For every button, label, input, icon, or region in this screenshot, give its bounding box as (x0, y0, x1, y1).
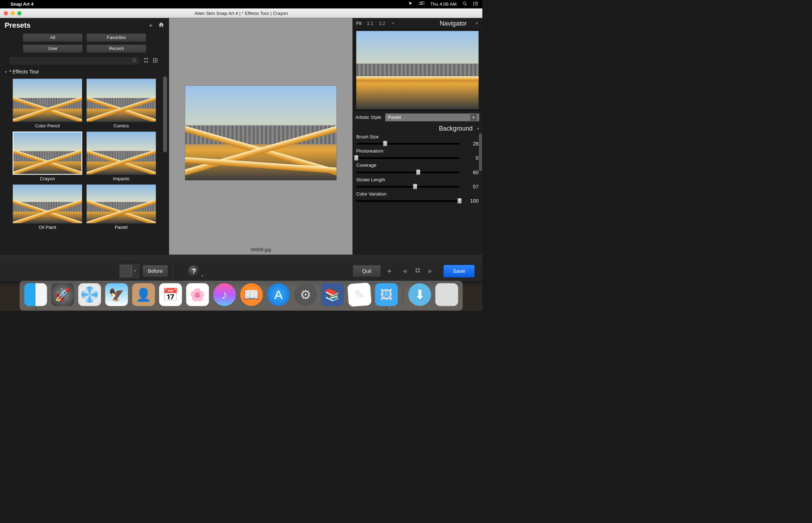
zoom-fit[interactable]: Fit (356, 21, 362, 26)
sub-footer (0, 255, 482, 261)
stroke-length-slider[interactable] (356, 186, 460, 188)
before-button[interactable]: Before (143, 265, 168, 277)
svg-rect-16 (155, 60, 156, 61)
navigator-view[interactable] (355, 29, 480, 111)
section-menu-icon[interactable]: ▼ (477, 127, 480, 131)
window-title: Alien Skin Snap Art 4 | * Effects Tour |… (194, 10, 288, 16)
dock-snapart-icon[interactable]: 🖼 (375, 283, 398, 306)
dock-contacts-icon[interactable]: 👤 (132, 283, 155, 306)
window-close-button[interactable] (4, 11, 8, 15)
svg-rect-12 (153, 58, 154, 59)
dock-textedit-icon[interactable]: ✎ (347, 282, 372, 307)
preset-pastel[interactable]: Pastel (87, 185, 156, 230)
quit-button[interactable]: Quit (353, 265, 381, 277)
home-icon[interactable] (158, 22, 165, 29)
preset-color-pencil[interactable]: Color Pencil (13, 79, 82, 129)
displays-icon[interactable] (419, 1, 424, 7)
coverage-slider[interactable] (356, 172, 460, 174)
window-zoom-button[interactable] (17, 11, 22, 15)
preview-area: 00006.jpg (169, 18, 352, 254)
spotlight-icon[interactable] (462, 1, 467, 7)
add-preset-icon[interactable]: ＋ (148, 21, 154, 29)
zoom-1-2[interactable]: 1:2 (379, 21, 385, 26)
preset-scrollbar[interactable] (163, 77, 167, 153)
artistic-style-select[interactable]: Pastel ▼ (385, 114, 479, 122)
search-icon (132, 58, 137, 64)
dock-calendar-icon[interactable]: 📅 (159, 283, 182, 306)
dock-dictionary-icon[interactable]: 📚 (321, 283, 344, 306)
save-button[interactable]: Save (443, 265, 475, 277)
svg-rect-15 (153, 60, 154, 61)
svg-rect-20 (157, 61, 158, 62)
menu-list-icon[interactable] (473, 1, 478, 7)
next-arrow-icon[interactable]: ▶ (428, 268, 433, 274)
dock-safari-icon[interactable] (78, 283, 101, 306)
preset-impasto[interactable]: Impasto (87, 132, 156, 182)
preset-oil-paint[interactable]: Oil Paint (13, 185, 82, 230)
pointer-icon[interactable] (408, 1, 413, 7)
dock-photos-icon[interactable]: 🌸 (186, 283, 209, 306)
app-window: Alien Skin Snap Art 4 | * Effects Tour |… (0, 9, 482, 281)
zoom-1-1[interactable]: 1:1 (367, 21, 373, 26)
disclosure-triangle-icon: ▼ (4, 70, 7, 74)
svg-point-6 (473, 3, 474, 4)
help-button[interactable]: ? (188, 265, 199, 277)
preset-comics[interactable]: Comics (87, 79, 156, 129)
dock-trash-icon[interactable]: 🗑 (435, 283, 458, 306)
color-variation-slider[interactable] (356, 200, 460, 202)
grid-view-icon[interactable] (153, 58, 158, 64)
slider-coverage: Coverage 60 (356, 163, 479, 176)
svg-rect-5 (475, 2, 478, 2)
help-dropdown-icon[interactable]: ▼ (201, 274, 204, 281)
preset-category-header[interactable]: ▼ * Effects Tour (0, 67, 169, 76)
preset-grid: Color Pencil Comics ★ Crayon Impasto (13, 79, 163, 230)
brush-size-slider[interactable] (356, 143, 460, 145)
menubar-clock[interactable]: Thu 4:06 AM (430, 1, 457, 7)
preset-search-input[interactable] (9, 57, 139, 65)
window-minimize-button[interactable] (11, 11, 15, 15)
chevron-down-icon: ▼ (132, 265, 137, 276)
slider-brush-size: Brush Size 28 (356, 134, 479, 147)
svg-rect-17 (157, 60, 158, 61)
svg-rect-18 (153, 61, 154, 62)
slider-photorealism: Photorealism 0 (356, 148, 479, 161)
dock-mail-icon[interactable]: 🦅 (105, 283, 128, 306)
background-section-header[interactable]: Background ▼ (352, 123, 482, 133)
navigator-title: Navigator (440, 20, 467, 27)
macos-dock-area: 🚀 🦅 👤 📅 🌸 ♪ 📖 A ⚙ 📚 ✎ 🖼 ⬇ 🗑 (0, 281, 482, 310)
tab-all[interactable]: All (23, 33, 83, 42)
zoom-dropdown-icon[interactable]: ▼ (391, 22, 394, 26)
preset-crayon[interactable]: ★ Crayon (13, 132, 82, 182)
navigator-menu-icon[interactable]: ▼ (475, 22, 478, 26)
svg-rect-9 (475, 5, 478, 5)
dock-finder-icon[interactable] (24, 283, 47, 306)
svg-rect-13 (155, 58, 156, 59)
collapse-icon[interactable] (143, 57, 149, 64)
grid-icon[interactable] (415, 268, 420, 274)
dock-itunes-icon[interactable]: ♪ (213, 283, 236, 306)
tab-user[interactable]: User (23, 44, 83, 53)
dock-settings-icon[interactable]: ⚙ (294, 283, 317, 306)
dock-ibooks-icon[interactable]: 📖 (240, 283, 263, 306)
background-color-picker[interactable]: ▼ (119, 264, 139, 278)
tab-recent[interactable]: Recent (87, 44, 147, 53)
footer-toolbar: ▼ Before ? ▼ Quit ＋ ◀ ▶ Save (0, 261, 482, 281)
app-menu-name[interactable]: Snap Art 4 (11, 1, 34, 7)
prev-arrow-icon[interactable]: ◀ (402, 268, 407, 274)
window-titlebar: Alien Skin Snap Art 4 | * Effects Tour |… (0, 9, 482, 18)
sliders-group: Brush Size 28 Photorealism 0 Coverage (352, 133, 482, 207)
svg-rect-21 (416, 268, 417, 270)
add-icon[interactable]: ＋ (386, 266, 393, 276)
photorealism-slider[interactable] (356, 157, 460, 159)
svg-point-10 (133, 59, 136, 61)
preview-image[interactable] (185, 86, 337, 180)
macos-menubar: Snap Art 4 Thu 4:06 AM (0, 0, 482, 9)
slider-stroke-length: Stroke Length 57 (356, 177, 479, 190)
tab-favorites[interactable]: Favorites (87, 33, 147, 42)
dock-launchpad-icon[interactable]: 🚀 (51, 283, 74, 306)
settings-panel: Fit 1:1 1:2 ▼ Navigator ▼ Artistic Style… (352, 18, 482, 254)
dock-appstore-icon[interactable]: A (267, 283, 290, 306)
dock-downloads-icon[interactable]: ⬇ (408, 283, 431, 306)
svg-rect-7 (475, 4, 478, 4)
settings-scrollbar[interactable] (479, 133, 482, 171)
